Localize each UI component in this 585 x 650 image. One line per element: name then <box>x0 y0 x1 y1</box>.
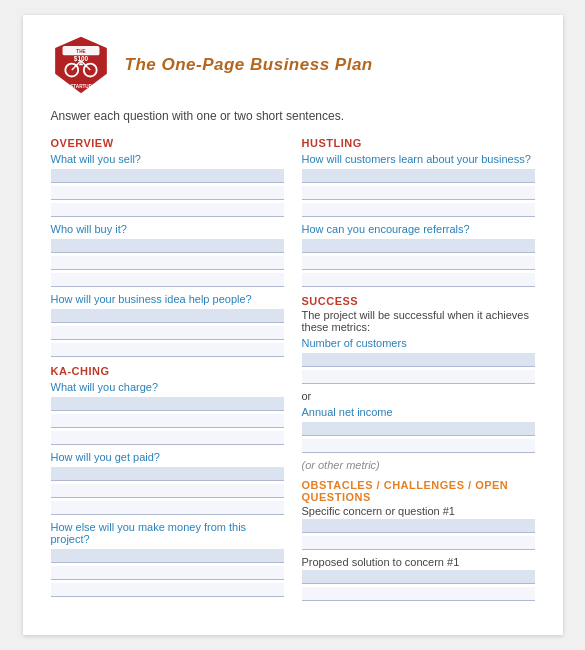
question-solution1: Proposed solution to concern #1 <box>302 556 535 568</box>
question-buy: Who will buy it? <box>51 223 284 235</box>
field-line[interactable] <box>51 169 284 183</box>
question-help: How will your business idea help people? <box>51 293 284 305</box>
field-line[interactable] <box>302 439 535 453</box>
success-intro: The project will be successful when it a… <box>302 309 535 333</box>
field-line[interactable] <box>302 273 535 287</box>
metric-income-label: Annual net income <box>302 406 535 418</box>
field-line[interactable] <box>302 570 535 584</box>
field-solution1 <box>302 570 535 601</box>
section-success: SUCCESS The project will be successful w… <box>302 295 535 471</box>
field-money <box>51 549 284 597</box>
main-content: OVERVIEW What will you sell? Who will bu… <box>51 137 535 609</box>
field-help <box>51 309 284 357</box>
section-title-obstacles: OBSTACLES / CHALLENGES / OPEN QUESTIONS <box>302 479 535 503</box>
header: THE $100 STARTUP The One-Page Business P… <box>51 35 535 95</box>
question-concern1: Specific concern or question #1 <box>302 505 535 517</box>
field-line[interactable] <box>51 467 284 481</box>
section-title-hustling: HUSTLING <box>302 137 535 149</box>
field-line[interactable] <box>51 501 284 515</box>
section-title-success: SUCCESS <box>302 295 535 307</box>
section-obstacles: OBSTACLES / CHALLENGES / OPEN QUESTIONS … <box>302 479 535 601</box>
field-line[interactable] <box>302 169 535 183</box>
field-line[interactable] <box>51 549 284 563</box>
field-learn <box>302 169 535 217</box>
metric-customers-label: Number of customers <box>302 337 535 349</box>
field-line[interactable] <box>302 587 535 601</box>
field-line[interactable] <box>302 186 535 200</box>
question-money: How else will you make money from this p… <box>51 521 284 545</box>
field-line[interactable] <box>51 273 284 287</box>
field-line[interactable] <box>302 239 535 253</box>
field-line[interactable] <box>51 484 284 498</box>
field-buy <box>51 239 284 287</box>
field-line[interactable] <box>51 583 284 597</box>
field-line[interactable] <box>302 353 535 367</box>
field-line[interactable] <box>51 566 284 580</box>
metric-note: (or other metric) <box>302 459 535 471</box>
field-line[interactable] <box>51 309 284 323</box>
page-title: The One-Page Business Plan <box>125 55 373 75</box>
field-concern1 <box>302 519 535 550</box>
field-line[interactable] <box>302 536 535 550</box>
section-kaching: KA-CHING What will you charge? How will … <box>51 365 284 597</box>
or-label: or <box>302 390 535 402</box>
field-income <box>302 422 535 453</box>
page: THE $100 STARTUP The One-Page Business P… <box>23 15 563 635</box>
field-line[interactable] <box>51 256 284 270</box>
field-line[interactable] <box>51 326 284 340</box>
field-line[interactable] <box>302 256 535 270</box>
field-line[interactable] <box>51 239 284 253</box>
question-sell: What will you sell? <box>51 153 284 165</box>
svg-text:STARTUP: STARTUP <box>70 84 91 89</box>
field-line[interactable] <box>51 186 284 200</box>
question-paid: How will you get paid? <box>51 451 284 463</box>
field-line[interactable] <box>302 519 535 533</box>
right-column: HUSTLING How will customers learn about … <box>302 137 535 609</box>
question-referrals: How can you encourage referrals? <box>302 223 535 235</box>
field-line[interactable] <box>302 422 535 436</box>
field-customers <box>302 353 535 384</box>
question-learn: How will customers learn about your busi… <box>302 153 535 165</box>
left-column: OVERVIEW What will you sell? Who will bu… <box>51 137 284 609</box>
field-line[interactable] <box>51 414 284 428</box>
field-line[interactable] <box>51 343 284 357</box>
field-line[interactable] <box>302 203 535 217</box>
section-title-overview: OVERVIEW <box>51 137 284 149</box>
field-paid <box>51 467 284 515</box>
field-charge <box>51 397 284 445</box>
logo-icon: THE $100 STARTUP <box>51 35 111 95</box>
question-charge: What will you charge? <box>51 381 284 393</box>
field-sell <box>51 169 284 217</box>
field-line[interactable] <box>51 397 284 411</box>
field-line[interactable] <box>51 203 284 217</box>
field-referrals <box>302 239 535 287</box>
field-line[interactable] <box>302 370 535 384</box>
field-line[interactable] <box>51 431 284 445</box>
section-overview: OVERVIEW What will you sell? Who will bu… <box>51 137 284 357</box>
section-title-kaching: KA-CHING <box>51 365 284 377</box>
svg-text:THE: THE <box>76 49 85 54</box>
section-hustling: HUSTLING How will customers learn about … <box>302 137 535 287</box>
subtitle: Answer each question with one or two sho… <box>51 109 535 123</box>
svg-text:$100: $100 <box>73 55 88 63</box>
